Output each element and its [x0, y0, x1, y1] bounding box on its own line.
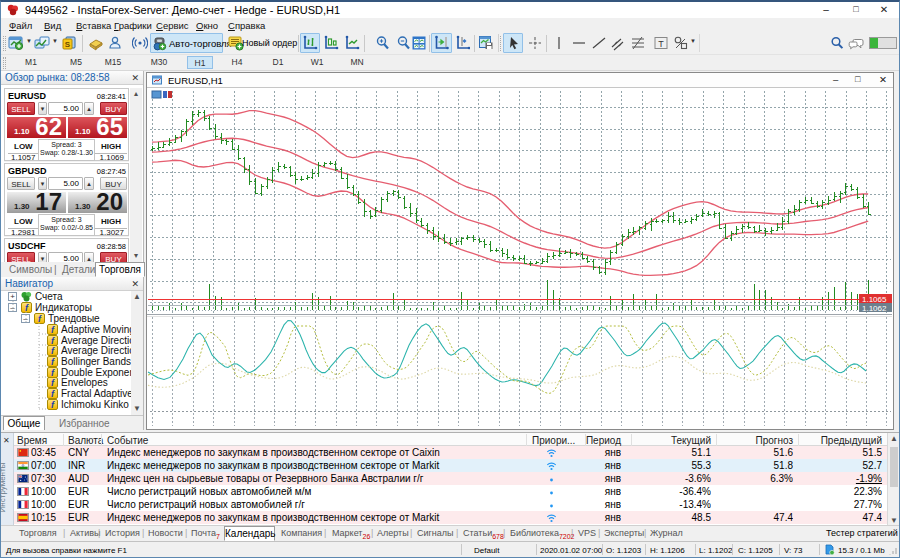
svg-text:S: S [65, 40, 71, 49]
svg-text:1.1062: 1.1062 [862, 304, 887, 313]
svg-text:1.1065: 1.1065 [862, 295, 887, 304]
svg-text:T: T [658, 39, 664, 49]
